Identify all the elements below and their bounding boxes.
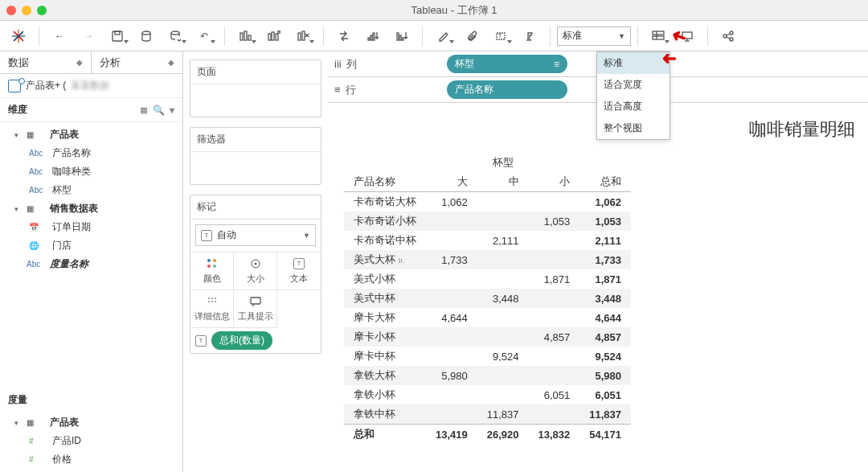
fit-option-fitwidth[interactable]: 适合宽度 [597, 74, 669, 96]
fit-dropdown-menu: 标准 适合宽度 适合高度 整个视图 [596, 51, 670, 140]
share-button[interactable] [714, 25, 742, 47]
viz-canvas[interactable]: 咖啡销量明细 杯型产品名称大中小总和卡布奇诺大杯1,0621,062卡布奇诺小杯… [328, 103, 868, 472]
marks-pill[interactable]: 总和(数量) [211, 331, 272, 350]
rows-pill[interactable]: 产品名称 [447, 80, 567, 99]
attach-button[interactable] [458, 25, 485, 47]
fit-current-label: 标准 [563, 29, 582, 43]
tree-item[interactable]: Abc产品名称 [3, 144, 179, 162]
clear-sheet-button[interactable] [289, 25, 317, 47]
undo-button[interactable]: ↶ [190, 25, 218, 47]
new-sheet-button[interactable] [231, 25, 259, 47]
svg-rect-20 [371, 35, 372, 40]
svg-rect-22 [397, 33, 399, 40]
filters-card: 筛选器 [190, 127, 321, 185]
fit-option-standard[interactable]: 标准 [597, 52, 669, 74]
sort-asc-button[interactable] [359, 25, 387, 47]
dimensions-tree: ▾▦产品表Abc产品名称Abc咖啡种类Abc杯型▾▦销售数据表📅订单日期🌐门店A… [0, 122, 182, 376]
mark-type-selector[interactable]: T自动 ▼ [195, 224, 316, 246]
tab-analysis[interactable]: 分析◆ [91, 51, 182, 73]
fit-option-fitheight[interactable]: 适合高度 [597, 96, 669, 117]
marks-grid: 颜色大小T文本详细信息工具提示 [190, 252, 321, 328]
chevron-down-icon: ▼ [618, 32, 625, 40]
svg-rect-4 [113, 31, 122, 41]
rows-icon: ≡ [334, 84, 341, 96]
mark-cell-大小[interactable]: 大小 [234, 252, 277, 290]
cards-panel: 页面 筛选器 标记 T自动 ▼ 颜色大小T文本详细信息工具提示 T 总和(数量) [183, 51, 328, 472]
search-icon[interactable]: 🔍 [153, 105, 165, 116]
label-button[interactable]: T [487, 25, 514, 47]
svg-rect-11 [268, 34, 271, 40]
columns-icon: iii [334, 58, 342, 70]
chevron-down-icon: ▼ [303, 232, 310, 240]
tree-item[interactable]: ▾▦产品表 [3, 413, 179, 432]
svg-rect-15 [298, 33, 301, 40]
fit-selector[interactable]: 标准 ▼ [557, 27, 631, 46]
marks-card: 标记 T自动 ▼ 颜色大小T文本详细信息工具提示 T 总和(数量) [190, 195, 321, 354]
format-button[interactable] [516, 25, 543, 47]
crosstab-table: 杯型产品名称大中小总和卡布奇诺大杯1,0621,062卡布奇诺小杯1,0531,… [344, 153, 631, 444]
tree-item[interactable]: Abc杯型 [3, 181, 179, 199]
svg-point-40 [213, 259, 216, 262]
datasource-icon [8, 80, 21, 92]
rows-pill-label: 产品名称 [455, 83, 493, 96]
measures-tree: ▾▦产品表#产品ID#价格 [0, 410, 182, 472]
save-button[interactable] [104, 25, 131, 47]
tab-data[interactable]: 数据◆ [0, 51, 91, 73]
forward-button[interactable]: → [75, 25, 102, 47]
fit-option-entire[interactable]: 整个视图 [597, 117, 669, 139]
refresh-button[interactable] [162, 25, 189, 47]
svg-rect-21 [373, 33, 375, 40]
tree-item[interactable]: Abc度量名称 [3, 255, 179, 273]
columns-label: 列 [346, 57, 357, 72]
blurred-text: 某某数据 [71, 79, 109, 92]
svg-rect-5 [115, 31, 120, 35]
columns-pill[interactable]: 杯型≡ [447, 55, 567, 73]
rows-label: 行 [346, 83, 356, 97]
datasource-item[interactable]: 产品表+ ( 某某数据 [0, 74, 182, 98]
mark-cell-工具提示[interactable]: 工具提示 [234, 290, 277, 328]
tab-drill-icon: ◆ [76, 58, 83, 67]
svg-point-50 [215, 298, 216, 299]
svg-point-42 [213, 265, 216, 268]
columns-pill-label: 杯型 [455, 57, 474, 71]
back-button[interactable]: ← [46, 25, 73, 47]
menu-icon[interactable]: ▾ [170, 105, 174, 116]
show-me-button[interactable] [645, 25, 672, 47]
tree-item[interactable]: 📅订单日期 [3, 218, 179, 236]
measures-label: 度量 [0, 390, 182, 410]
toolbar: ← → ↶ T 标准 ▼ [0, 21, 868, 51]
annotation-arrow-icon: ➜ [662, 48, 677, 69]
close-icon[interactable] [6, 6, 16, 15]
tree-item[interactable]: #产品ID [3, 432, 179, 450]
mark-cell-颜色[interactable]: 颜色 [190, 252, 234, 290]
svg-point-49 [211, 298, 213, 299]
new-datasource-button[interactable] [133, 25, 160, 47]
swap-button[interactable] [330, 25, 358, 47]
svg-rect-9 [244, 31, 247, 40]
tree-item[interactable]: ▾▦销售数据表 [3, 199, 179, 218]
svg-line-37 [727, 34, 730, 35]
svg-point-34 [723, 35, 727, 38]
svg-rect-16 [302, 31, 305, 40]
svg-rect-23 [399, 35, 401, 40]
pages-card-title: 页面 [190, 60, 321, 84]
tableau-logo[interactable] [5, 25, 32, 47]
view-list-icon[interactable]: ≣ [140, 105, 148, 116]
datasource-label: 产品表+ ( [26, 79, 66, 92]
minimize-icon[interactable] [22, 6, 31, 15]
mark-cell-文本[interactable]: T文本 [277, 252, 321, 290]
tree-item[interactable]: #价格 [3, 450, 179, 469]
mark-cell-详细信息[interactable]: 详细信息 [190, 290, 234, 328]
tree-item[interactable]: Abc咖啡种类 [3, 162, 179, 181]
tree-item[interactable]: 🌐门店 [3, 236, 179, 255]
text-icon: T [201, 230, 212, 241]
duplicate-sheet-button[interactable] [260, 25, 288, 47]
svg-point-46 [211, 301, 213, 302]
maximize-icon[interactable] [37, 6, 47, 15]
highlight-button[interactable] [429, 25, 457, 47]
sort-desc-button[interactable] [388, 25, 416, 47]
svg-line-38 [727, 37, 730, 39]
tree-item[interactable]: ▾▦产品表 [3, 125, 179, 144]
svg-point-47 [215, 301, 216, 302]
svg-point-14 [278, 31, 280, 33]
